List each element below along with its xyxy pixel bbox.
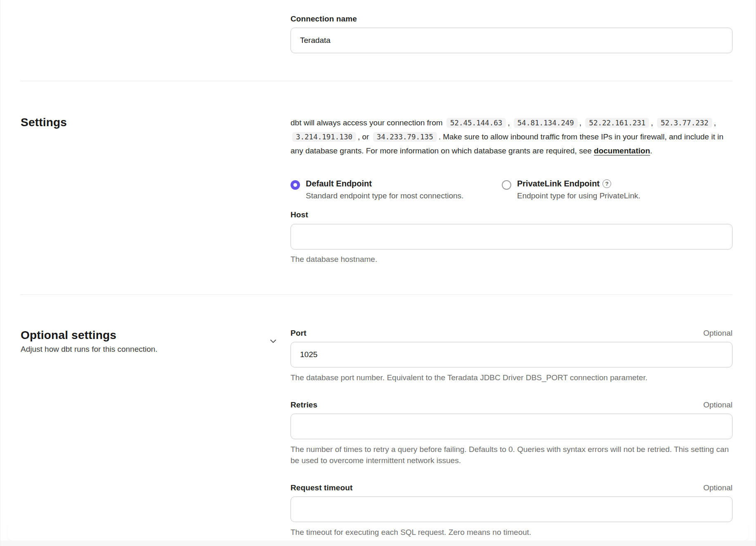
port-label: Port (291, 329, 306, 338)
ip-chip: 52.22.161.231 (585, 118, 649, 128)
optional-badge: Optional (703, 329, 732, 338)
host-helper-text: The database hostname. (291, 254, 732, 265)
port-input[interactable] (291, 342, 732, 367)
ip-chip: 3.214.191.130 (292, 132, 356, 142)
default-endpoint-option[interactable]: Default Endpoint Standard endpoint type … (291, 179, 502, 200)
connection-settings-page: Connection name Settings dbt will always… (0, 0, 756, 546)
ip-allowlist-paragraph: dbt will always access your connection f… (291, 116, 732, 158)
privatelink-endpoint-option[interactable]: PrivateLink Endpoint? Endpoint type for … (502, 179, 640, 200)
privatelink-endpoint-label: PrivateLink Endpoint (517, 179, 600, 188)
default-endpoint-radio[interactable] (291, 180, 300, 190)
help-icon[interactable]: ? (602, 179, 611, 188)
ip-chip: 34.233.79.135 (373, 132, 437, 142)
ip-separator: , (714, 118, 716, 127)
request-timeout-input[interactable] (291, 497, 732, 522)
ip-separator: , (579, 118, 581, 127)
connection-name-input[interactable] (291, 28, 732, 53)
request-timeout-label: Request timeout (291, 483, 352, 492)
ip-chip: 54.81.134.249 (514, 118, 578, 128)
optional-settings-heading: Optional settings (21, 329, 268, 342)
retries-label: Retries (291, 400, 317, 410)
privatelink-endpoint-radio[interactable] (502, 180, 511, 190)
ip-separator: , or (358, 132, 369, 141)
chevron-down-icon (268, 336, 278, 346)
ip-paragraph-intro: dbt will always access your connection f… (291, 118, 443, 127)
optional-badge: Optional (703, 483, 732, 492)
ip-paragraph-end: . (650, 146, 652, 155)
connection-name-section: Connection name (21, 14, 732, 81)
documentation-link[interactable]: documentation (594, 146, 650, 155)
host-label: Host (291, 210, 732, 219)
request-timeout-helper-text: The timeout for executing each SQL reque… (291, 527, 732, 538)
ip-chip: 52.3.77.232 (657, 118, 712, 128)
endpoint-type-radio-group: Default Endpoint Standard endpoint type … (291, 179, 732, 200)
retries-field: Retries Optional The number of times to … (291, 400, 732, 466)
request-timeout-field: Request timeout Optional The timeout for… (291, 483, 732, 538)
retries-input[interactable] (291, 414, 732, 439)
ip-separator: , (651, 118, 653, 127)
settings-section: Settings dbt will always access your con… (21, 81, 732, 294)
ip-separator: , (508, 118, 510, 127)
default-endpoint-label: Default Endpoint (306, 179, 372, 188)
port-helper-text: The database port number. Equivalent to … (291, 372, 732, 383)
port-field: Port Optional The database port number. … (291, 329, 732, 383)
optional-settings-subheading: Adjust how dbt runs for this connection. (21, 345, 268, 354)
retries-helper-text: The number of times to retry a query bef… (291, 444, 732, 466)
host-field: Host The database hostname. (291, 210, 732, 265)
connection-name-label: Connection name (291, 14, 732, 24)
ip-chip: 52.45.144.63 (447, 118, 506, 128)
settings-heading: Settings (21, 116, 291, 129)
privatelink-endpoint-description: Endpoint type for using PrivateLink. (517, 191, 640, 200)
collapse-toggle-button[interactable] (268, 336, 278, 346)
optional-badge: Optional (703, 400, 732, 410)
optional-settings-section: Optional settings Adjust how dbt runs fo… (21, 295, 732, 546)
default-endpoint-description: Standard endpoint type for most connecti… (306, 191, 463, 200)
host-input[interactable] (291, 224, 732, 249)
